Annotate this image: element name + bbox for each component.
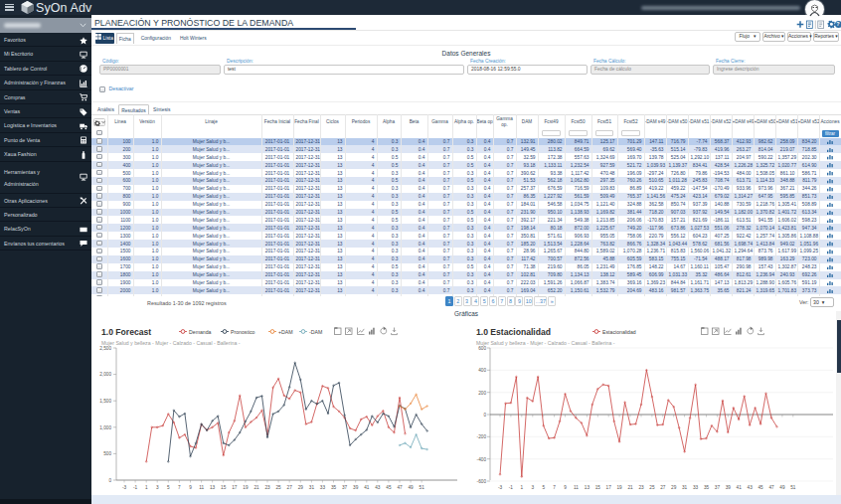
svg-text:-1: -1 — [509, 485, 514, 490]
svg-text:43: 43 — [748, 485, 754, 490]
svg-text:-400: -400 — [477, 457, 487, 462]
svg-text:49: 49 — [779, 485, 785, 490]
svg-text:3: 3 — [156, 485, 159, 490]
svg-text:Estacionalidad: Estacionalidad — [602, 329, 636, 335]
svg-text:49: 49 — [408, 485, 414, 490]
svg-text:600: 600 — [478, 346, 486, 351]
svg-text:5: 5 — [167, 485, 170, 490]
svg-text:17: 17 — [606, 485, 612, 490]
svg-text:43: 43 — [375, 485, 381, 490]
svg-text:2,500: 2,500 — [99, 346, 111, 351]
svg-text:0: 0 — [483, 413, 486, 418]
svg-text:-600: -600 — [477, 479, 487, 484]
svg-text:1: 1 — [145, 485, 148, 490]
svg-text:33: 33 — [693, 485, 699, 490]
svg-text:17: 17 — [232, 485, 238, 490]
svg-text:500: 500 — [103, 451, 111, 456]
svg-text:29: 29 — [671, 485, 677, 490]
svg-text:35: 35 — [331, 485, 337, 490]
svg-text:-DAM: -DAM — [309, 329, 322, 335]
svg-text:19: 19 — [243, 485, 249, 490]
svg-text:35: 35 — [704, 485, 710, 490]
svg-text:-200: -200 — [477, 434, 487, 439]
svg-text:-1: -1 — [133, 485, 138, 490]
svg-text:200: 200 — [478, 391, 486, 396]
svg-text:7: 7 — [178, 485, 181, 490]
svg-text:1: 1 — [520, 485, 523, 490]
svg-text:9: 9 — [189, 485, 192, 490]
svg-text:Mujer Salud y belleza - Mujer: Mujer Salud y belleza - Mujer - Calzado … — [476, 340, 615, 346]
svg-text:25: 25 — [649, 485, 655, 490]
svg-text:41: 41 — [364, 485, 370, 490]
svg-text:19: 19 — [616, 485, 622, 490]
svg-text:3: 3 — [531, 485, 534, 490]
svg-text:29: 29 — [298, 485, 304, 490]
svg-text:11: 11 — [574, 485, 579, 490]
svg-text:13: 13 — [585, 485, 590, 490]
svg-text:31: 31 — [682, 485, 688, 490]
svg-text:15: 15 — [595, 485, 601, 490]
svg-text:0: 0 — [108, 478, 111, 483]
svg-text:21: 21 — [253, 485, 259, 490]
svg-text:-3: -3 — [122, 485, 127, 490]
svg-text:Mujer Salud y belleza - Mujer: Mujer Salud y belleza - Mujer - Calzado … — [101, 340, 241, 346]
svg-text:41: 41 — [737, 485, 743, 490]
svg-text:+DAM: +DAM — [278, 329, 293, 335]
svg-text:-3: -3 — [498, 485, 503, 490]
svg-text:1,000: 1,000 — [99, 425, 111, 430]
svg-text:51: 51 — [420, 485, 425, 490]
svg-text:39: 39 — [726, 485, 732, 490]
svg-text:45: 45 — [386, 485, 392, 490]
svg-text:25: 25 — [275, 485, 281, 490]
svg-text:11: 11 — [199, 485, 204, 490]
svg-text:1.0 Forecast: 1.0 Forecast — [101, 327, 151, 337]
svg-text:23: 23 — [264, 485, 270, 490]
svg-text:Demanda: Demanda — [189, 329, 212, 335]
svg-text:33: 33 — [320, 485, 326, 490]
svg-text:39: 39 — [353, 485, 359, 490]
svg-text:2,000: 2,000 — [99, 372, 111, 377]
svg-text:1,500: 1,500 — [99, 399, 111, 404]
svg-text:Pronostico: Pronostico — [231, 329, 255, 335]
svg-text:9: 9 — [564, 485, 567, 490]
svg-text:13: 13 — [210, 485, 216, 490]
svg-text:51: 51 — [790, 485, 796, 490]
svg-text:37: 37 — [342, 485, 348, 490]
svg-text:47: 47 — [768, 485, 774, 490]
svg-text:47: 47 — [397, 485, 403, 490]
svg-text:7: 7 — [553, 485, 556, 490]
svg-text:400: 400 — [478, 368, 486, 373]
svg-text:37: 37 — [715, 485, 721, 490]
svg-text:45: 45 — [757, 485, 763, 490]
svg-text:31: 31 — [309, 485, 315, 490]
svg-text:27: 27 — [660, 485, 666, 490]
svg-text:27: 27 — [287, 485, 293, 490]
svg-text:15: 15 — [221, 485, 227, 490]
svg-text:23: 23 — [638, 485, 644, 490]
svg-text:5: 5 — [542, 485, 545, 490]
svg-text:21: 21 — [627, 485, 633, 490]
svg-text:1.0 Estacionalidad: 1.0 Estacionalidad — [476, 327, 551, 337]
